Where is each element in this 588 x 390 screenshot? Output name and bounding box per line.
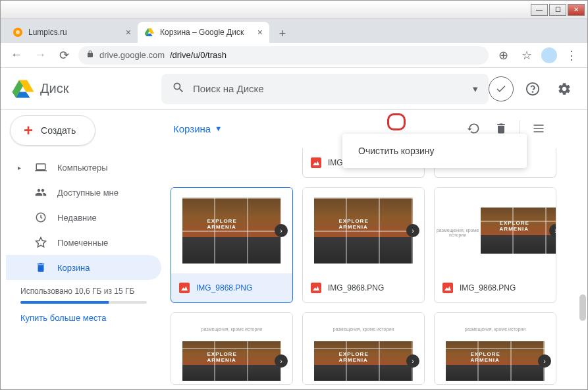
url-path: /drive/u/0/trash [170,50,227,60]
back-button[interactable]: ← [7,46,26,65]
trash-label: Корзина [173,123,211,134]
storage-text: Использовано 10,6 ГБ из 15 ГБ [20,287,147,296]
star-icon[interactable]: ☆ [518,46,536,65]
file-thumbnail: размещения, кроме истории EXPLORE ARMENI… [435,188,556,273]
nav-label: Доступные мне [57,188,119,198]
url-input[interactable]: drive.google.com/drive/u/0/trash [78,46,489,65]
svg-point-1 [16,30,20,34]
drive-logo[interactable]: Диск [11,77,161,101]
close-icon[interactable]: × [257,27,263,38]
trash-dropdown[interactable]: Корзина ▼ [171,121,228,137]
plus-icon: + [24,121,33,140]
create-button[interactable]: + Создать [10,115,95,146]
image-icon [442,283,453,293]
caret-icon: ▸ [18,164,24,171]
info-icon[interactable] [554,117,578,140]
scrollbar[interactable] [579,294,586,321]
favicon-lumpics [13,27,23,38]
recent-icon [35,211,47,223]
tab-title: Корзина – Google Диск [160,28,244,37]
favicon-drive [144,27,155,38]
window-close-button[interactable]: ✕ [568,4,585,16]
sidebar-item-starred[interactable]: ▸ Помеченные [6,230,161,255]
shared-icon [35,186,47,198]
storage-bar [20,301,147,304]
ready-icon[interactable] [489,76,514,101]
url-domain: drive.google.com [99,50,165,60]
file-thumbnail: размещения, кроме истории EXPLORE ARMENI… [435,313,556,385]
file-thumbnail: размещения, кроме истории EXPLORE ARMENI… [171,313,292,385]
tab-bar: Lumpics.ru × Корзина – Google Диск × + [1,19,587,43]
lock-icon [86,50,94,60]
empty-trash-item[interactable]: Очистить корзину [342,139,527,163]
forward-button[interactable]: → [31,46,49,65]
file-name: IMG_9868.PNG [196,283,252,292]
sidebar: + Создать ▸ Компьютеры ▸ Доступные мне ▸… [1,110,161,389]
search-placeholder: Поиск на Диске [193,83,264,94]
menu-icon[interactable]: ⋮ [562,46,581,65]
tab-drive[interactable]: Корзина – Google Диск × [138,22,269,43]
file-name: IMG_9868.PNG [328,283,384,292]
file-item[interactable]: EXPLORE ARMENIA› IMG_9868.PNG [171,187,293,303]
image-icon [311,283,321,293]
minimize-button[interactable]: — [531,4,548,16]
help-icon[interactable] [520,76,545,101]
star-icon [35,237,47,248]
file-name: IMG_9868.PNG [460,283,516,292]
nav-label: Корзина [57,263,90,273]
svg-point-3 [533,92,533,92]
storage-section: Использовано 10,6 ГБ из 15 ГБ Купить бол… [6,280,161,329]
file-item[interactable]: размещения, кроме истории EXPLORE ARMENI… [434,187,556,303]
profile-avatar[interactable] [541,47,557,63]
browser-window: — ☐ ✕ Lumpics.ru × Корзина – Google Диск… [0,0,588,390]
window-titlebar: — ☐ ✕ [1,1,587,19]
address-bar: ← → ⟳ drive.google.com/drive/u/0/trash ⊕… [1,43,587,68]
tab-title: Lumpics.ru [28,28,67,37]
sidebar-item-computers[interactable]: ▸ Компьютеры [6,155,161,180]
trash-icon [35,262,47,273]
nav-label: Компьютеры [57,163,108,173]
maximize-button[interactable]: ☐ [549,4,566,16]
new-tab-button[interactable]: + [273,24,292,43]
sidebar-item-trash[interactable]: ▸ Корзина [6,255,161,280]
nav-label: Помеченные [57,238,108,248]
main-content: Корзина ▼ [161,110,587,389]
chevron-down-icon[interactable]: ▾ [473,83,478,95]
image-icon [311,157,321,168]
app-name: Диск [40,81,68,96]
trash-menu: Очистить корзину [342,134,527,168]
search-icon [172,81,185,96]
reload-button[interactable]: ⟳ [55,46,73,65]
sidebar-item-recent[interactable]: ▸ Недавние [6,205,161,230]
file-item[interactable]: размещения, кроме истории EXPLORE ARMENI… [434,312,556,385]
chevron-down-icon: ▼ [215,125,222,132]
app-header: Диск Поиск на Диске ▾ [1,68,587,110]
file-thumbnail: EXPLORE ARMENIA› [171,188,292,273]
close-icon[interactable]: × [126,27,131,38]
sidebar-item-shared[interactable]: ▸ Доступные мне [6,180,161,205]
gear-icon[interactable] [552,76,577,101]
tab-lumpics[interactable]: Lumpics.ru × [6,22,138,43]
file-thumbnail: EXPLORE ARMENIA› [303,188,424,273]
nav-label: Недавние [57,213,97,223]
search-input[interactable]: Поиск на Диске ▾ [161,74,489,104]
create-label: Создать [41,125,76,136]
zoom-icon[interactable]: ⊕ [494,46,512,65]
computer-icon [35,161,47,173]
file-thumbnail: размещения, кроме истории EXPLORE ARMENI… [303,313,424,385]
file-item[interactable]: размещения, кроме истории EXPLORE ARMENI… [171,312,293,385]
file-grid: IMG_9868.PNG IMG_9868.PNG EXPLORE ARMEN [171,148,578,385]
buy-storage-link[interactable]: Купить больше места [20,313,147,323]
image-icon [179,283,190,293]
list-view-icon[interactable] [527,117,550,140]
file-item[interactable]: размещения, кроме истории EXPLORE ARMENI… [302,312,425,385]
svg-marker-5 [36,238,46,247]
file-item[interactable]: EXPLORE ARMENIA› IMG_9868.PNG [302,187,425,303]
